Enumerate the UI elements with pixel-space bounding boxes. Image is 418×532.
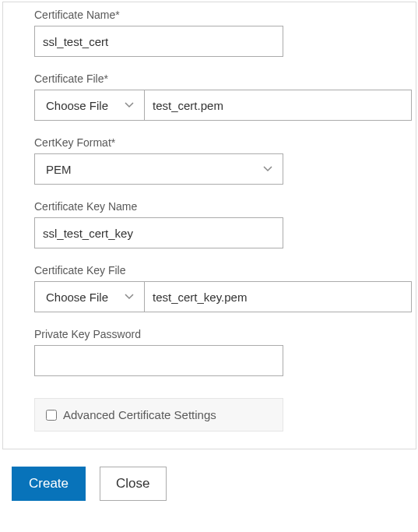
choose-file-label: Choose File [46, 291, 108, 304]
choose-file-label: Choose File [46, 99, 108, 112]
button-row: Create Close [12, 467, 418, 501]
certkey-format-value: PEM [46, 163, 72, 176]
certificate-form-panel: Certificate Name* Certificate File* Choo… [2, 2, 416, 449]
certificate-name-group: Certificate Name* [34, 9, 394, 57]
certificate-file-choose-button[interactable]: Choose File [34, 90, 145, 121]
advanced-settings-label: Advanced Certificate Settings [63, 408, 216, 421]
advanced-settings-box[interactable]: Advanced Certificate Settings [34, 398, 283, 432]
certificate-file-row: Choose File test_cert.pem [34, 90, 412, 121]
advanced-settings-checkbox[interactable] [46, 410, 57, 421]
certificate-key-file-row: Choose File test_cert_key.pem [34, 281, 412, 312]
form-body: Certificate Name* Certificate File* Choo… [3, 2, 416, 432]
certificate-file-group: Certificate File* Choose File test_cert.… [34, 72, 394, 121]
certificate-key-file-choose-button[interactable]: Choose File [34, 281, 145, 312]
certkey-format-label: CertKey Format* [34, 136, 394, 149]
chevron-down-icon [262, 164, 273, 174]
certificate-file-name[interactable]: test_cert.pem [145, 90, 412, 121]
certificate-name-input[interactable] [34, 26, 283, 57]
certificate-key-name-input[interactable] [34, 217, 283, 248]
certificate-key-name-group: Certificate Key Name [34, 200, 394, 248]
create-button[interactable]: Create [12, 467, 86, 501]
private-key-password-group: Private Key Password [34, 328, 394, 376]
private-key-password-label: Private Key Password [34, 328, 394, 340]
private-key-password-input[interactable] [34, 345, 283, 376]
certificate-name-label: Certificate Name* [34, 9, 394, 21]
certkey-format-group: CertKey Format* PEM [34, 136, 394, 185]
chevron-down-icon [124, 291, 135, 302]
close-button[interactable]: Close [100, 467, 166, 501]
chevron-down-icon [124, 100, 135, 111]
certificate-key-file-label: Certificate Key File [34, 264, 394, 277]
certificate-key-file-group: Certificate Key File Choose File test_ce… [34, 264, 394, 312]
certkey-format-select[interactable]: PEM [34, 153, 283, 185]
certificate-key-name-label: Certificate Key Name [34, 200, 394, 213]
certificate-file-label: Certificate File* [34, 72, 394, 85]
certificate-key-file-name[interactable]: test_cert_key.pem [145, 281, 412, 312]
